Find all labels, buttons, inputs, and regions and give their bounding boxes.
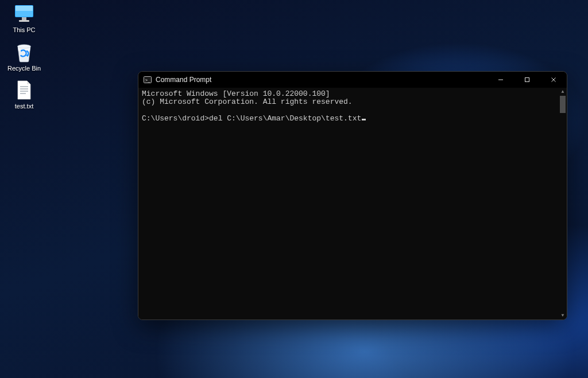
terminal-output[interactable]: Microsoft Windows [Version 10.0.22000.10… bbox=[138, 88, 567, 319]
scrollbar[interactable]: ▲ ▼ bbox=[559, 88, 567, 319]
icon-label: test.txt bbox=[15, 103, 33, 110]
title-bar[interactable]: >_ Command Prompt bbox=[138, 72, 567, 88]
text-file-icon bbox=[13, 80, 36, 100]
command-prompt-icon: >_ bbox=[143, 75, 152, 84]
icon-label: This PC bbox=[13, 26, 35, 34]
terminal-command-text: del C:\Users\Amar\Desktop\test.txt bbox=[209, 114, 361, 123]
desktop-icon-area: This PC Recycle Bin bbox=[2, 2, 46, 110]
svg-rect-4 bbox=[19, 20, 29, 22]
terminal-version-line: Microsoft Windows [Version 10.0.22000.10… bbox=[142, 89, 330, 98]
close-button[interactable] bbox=[540, 72, 567, 88]
window-title: Command Prompt bbox=[156, 76, 488, 84]
svg-rect-15 bbox=[525, 78, 529, 82]
svg-rect-2 bbox=[16, 6, 33, 11]
terminal-copyright-line: (c) Microsoft Corporation. All rights re… bbox=[142, 98, 353, 106]
command-prompt-window: >_ Command Prompt Microsoft Windows [Ver… bbox=[138, 71, 567, 320]
svg-text:>_: >_ bbox=[145, 78, 150, 83]
svg-rect-3 bbox=[22, 17, 26, 20]
scrollbar-down-arrow-icon[interactable]: ▼ bbox=[559, 311, 567, 319]
minimize-button[interactable] bbox=[488, 72, 514, 88]
scrollbar-thumb[interactable] bbox=[560, 96, 566, 113]
terminal-cursor bbox=[362, 119, 366, 120]
scrollbar-up-arrow-icon[interactable]: ▲ bbox=[559, 88, 567, 96]
maximize-button[interactable] bbox=[514, 72, 540, 88]
desktop-icon-test-txt[interactable]: test.txt bbox=[2, 79, 46, 110]
desktop-icon-this-pc[interactable]: This PC bbox=[2, 2, 46, 34]
window-controls bbox=[488, 72, 567, 88]
terminal-prompt: C:\Users\droid> bbox=[142, 114, 209, 123]
svg-point-5 bbox=[18, 44, 31, 48]
monitor-icon bbox=[13, 3, 36, 24]
scrollbar-track[interactable] bbox=[559, 96, 567, 311]
desktop-icon-recycle-bin[interactable]: Recycle Bin bbox=[2, 41, 46, 72]
icon-label: Recycle Bin bbox=[7, 65, 41, 72]
recycle-bin-icon bbox=[13, 42, 36, 63]
